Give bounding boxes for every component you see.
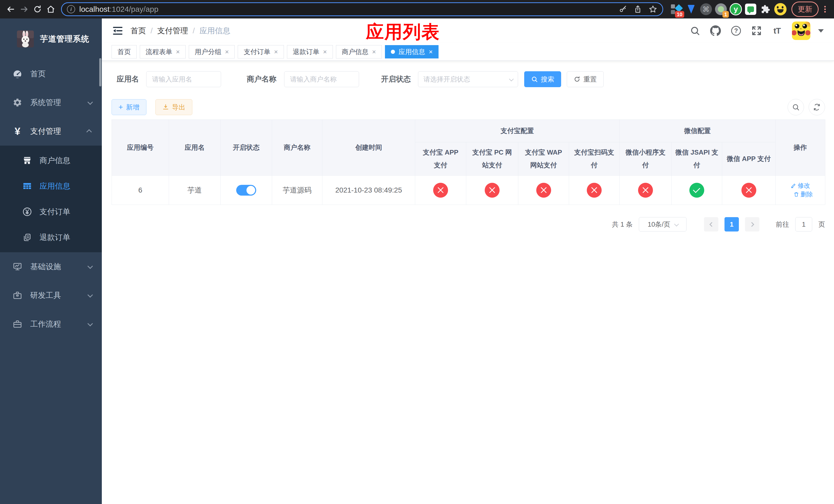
page-size-select[interactable]: 10条/页: [639, 217, 686, 231]
tab-pay-order[interactable]: 支付订单×: [238, 45, 284, 59]
sidebar-item-workflow[interactable]: 工作流程: [0, 310, 102, 338]
sidebar-collapse-icon[interactable]: [112, 25, 123, 37]
fullscreen-icon[interactable]: [751, 25, 762, 37]
browser-back-icon[interactable]: [4, 3, 18, 16]
font-size-icon[interactable]: tT: [771, 25, 783, 37]
prev-page-button[interactable]: [704, 217, 718, 231]
sidebar-subitem-merchant-info[interactable]: 商户信息: [0, 148, 102, 173]
merchant-name-input[interactable]: [284, 71, 359, 87]
password-key-icon[interactable]: [619, 5, 627, 13]
extensions-puzzle-icon[interactable]: [758, 2, 773, 17]
browser-reload-icon[interactable]: [31, 3, 44, 16]
sidebar-item-devtools[interactable]: 研发工具: [0, 281, 102, 310]
sidebar-item-system[interactable]: 系统管理: [0, 88, 102, 117]
tab-close-icon[interactable]: ×: [176, 48, 180, 55]
app-name-label: 应用名: [117, 74, 139, 84]
browser-home-icon[interactable]: [44, 3, 58, 16]
monitor-icon: [12, 262, 23, 272]
sidebar-subitem-refund-order[interactable]: 退款订单: [0, 225, 102, 250]
delete-link[interactable]: 删除: [793, 190, 813, 199]
extension-kite-icon[interactable]: [684, 2, 699, 17]
header-search-icon[interactable]: [689, 25, 701, 37]
extension-chat-icon[interactable]: [743, 2, 758, 17]
col-wechat-lite: 微信小程序支付: [620, 142, 672, 176]
browser-extensions: 10 ⌘ 1 y: [669, 2, 788, 17]
sidebar: 芋道管理系统 首页 系统管理 ¥ 支付管理: [0, 19, 102, 504]
table-toolbar: + 新增 导出: [112, 99, 825, 115]
app-logo: 芋道管理系统: [0, 19, 102, 60]
col-alipay-qr: 支付宝扫码支付: [569, 142, 620, 176]
page-header: 首页 / 支付管理 / 应用信息 应用列表 ?: [102, 19, 834, 43]
export-button[interactable]: 导出: [155, 99, 192, 115]
tab-flow-form[interactable]: 流程表单×: [140, 45, 186, 59]
extension-y-icon[interactable]: y: [728, 2, 743, 17]
active-dot-icon: [391, 50, 395, 54]
sidebar-scrollbar[interactable]: [99, 58, 101, 86]
breadcrumb-payment[interactable]: 支付管理: [157, 26, 188, 36]
sidebar-subitem-pay-order[interactable]: 支付订单: [0, 199, 102, 225]
bookmark-star-icon[interactable]: [649, 5, 657, 14]
tab-merchant-info[interactable]: 商户信息×: [336, 45, 382, 59]
tab-close-icon[interactable]: ×: [274, 48, 278, 55]
sidebar-subitem-app-info[interactable]: 应用信息: [0, 173, 102, 199]
col-created: 创建时间: [322, 120, 415, 176]
search-form: 应用名 商户名称 开启状态 请选择开启状态 搜索 重置: [112, 71, 825, 87]
tab-close-icon[interactable]: ×: [372, 48, 376, 55]
cell-merchant: 芋道源码: [272, 176, 322, 205]
refresh-button[interactable]: [809, 99, 825, 115]
breadcrumb-current: 应用信息: [199, 26, 230, 36]
goto-page-input[interactable]: [795, 217, 812, 231]
status-disabled-icon: [741, 183, 756, 198]
breadcrumb-home[interactable]: 首页: [131, 26, 146, 36]
tab-close-icon[interactable]: ×: [225, 48, 229, 55]
breadcrumb: 首页 / 支付管理 / 应用信息: [131, 26, 230, 36]
extension-badge: 10: [675, 11, 684, 18]
profile-avatar-icon[interactable]: [773, 2, 788, 17]
next-page-button[interactable]: [745, 217, 760, 231]
sidebar-item-home[interactable]: 首页: [0, 60, 102, 88]
user-avatar[interactable]: [792, 22, 810, 40]
edit-link[interactable]: 修改: [791, 182, 810, 190]
status-disabled-icon: [536, 183, 551, 198]
search-button[interactable]: 搜索: [524, 71, 561, 87]
app-name-input[interactable]: [146, 71, 221, 87]
col-group-alipay: 支付宝配置: [415, 120, 620, 142]
current-page-button[interactable]: 1: [724, 217, 739, 231]
tab-close-icon[interactable]: ×: [323, 48, 327, 55]
extension-recorder-icon[interactable]: 1: [714, 2, 728, 17]
reset-button[interactable]: 重置: [567, 71, 604, 87]
github-icon[interactable]: [710, 25, 721, 37]
browser-menu-icon[interactable]: [821, 5, 829, 14]
tab-close-icon[interactable]: ×: [429, 48, 433, 55]
col-alipay-app: 支付宝 APP 支付: [415, 142, 466, 176]
sidebar-item-payment[interactable]: ¥ 支付管理: [0, 117, 102, 145]
gear-icon: [12, 98, 23, 108]
tab-app-info[interactable]: 应用信息×: [385, 45, 439, 59]
extension-pixel-icon[interactable]: 10: [669, 2, 684, 17]
chevron-down-icon: [674, 222, 679, 226]
app-title: 芋道管理系统: [40, 33, 89, 44]
enabled-toggle[interactable]: [236, 185, 256, 196]
browser-forward-icon[interactable]: [18, 3, 31, 16]
toolbox-icon: [12, 291, 23, 300]
store-icon: [22, 156, 33, 165]
site-info-icon[interactable]: i: [67, 5, 75, 13]
sidebar-item-infrastructure[interactable]: 基础设施: [0, 252, 102, 281]
browser-update-button[interactable]: 更新: [791, 2, 819, 17]
add-button[interactable]: + 新增: [112, 99, 147, 115]
col-merchant: 商户名称: [272, 120, 322, 176]
address-bar[interactable]: i localhost:1024/pay/app: [61, 2, 663, 16]
tab-refund-order[interactable]: 退款订单×: [287, 45, 333, 59]
dashboard-icon: [12, 69, 23, 79]
help-icon[interactable]: ?: [730, 25, 742, 37]
share-icon[interactable]: [634, 5, 642, 13]
tab-user-group[interactable]: 用户分组×: [189, 45, 235, 59]
tab-home[interactable]: 首页: [112, 45, 137, 59]
toggle-search-button[interactable]: [788, 99, 804, 115]
col-alipay-wap: 支付宝 WAP 网站支付: [518, 142, 569, 176]
status-select[interactable]: 请选择开启状态: [418, 71, 518, 87]
cell-app-id: 6: [112, 176, 169, 205]
avatar-caret-icon[interactable]: [818, 29, 824, 32]
plus-icon: +: [118, 103, 123, 111]
extension-command-icon[interactable]: ⌘: [699, 2, 714, 17]
